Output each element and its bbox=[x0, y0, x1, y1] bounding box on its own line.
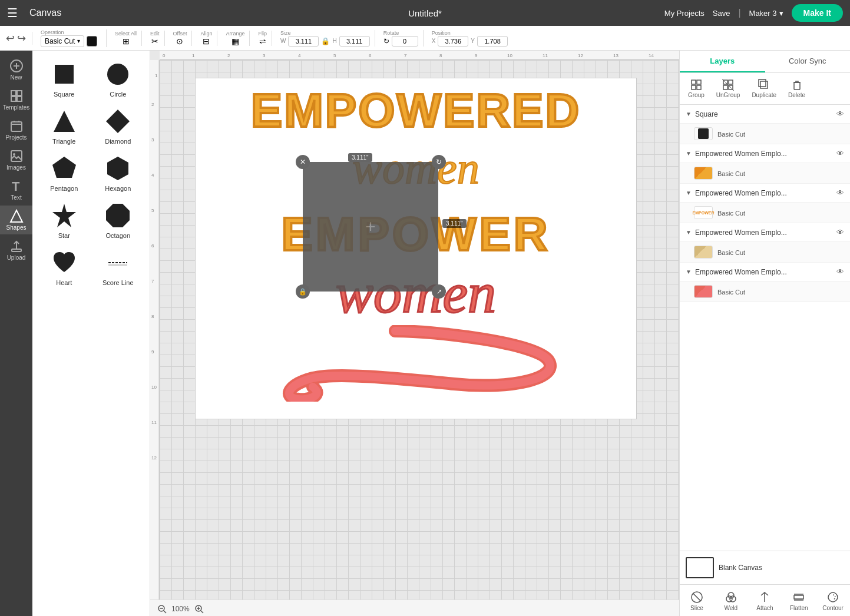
shape-item-octagon[interactable]: Octagon bbox=[94, 199, 143, 241]
layer-thumb-emp3 bbox=[694, 246, 713, 259]
operation-selector[interactable]: Basic Cut ▾ bbox=[41, 35, 84, 47]
weld-icon bbox=[725, 591, 737, 604]
ungroup-button[interactable]: UnGroup bbox=[713, 77, 744, 101]
duplicate-button[interactable]: Duplicate bbox=[748, 77, 780, 101]
shape-item-star[interactable]: Star bbox=[39, 199, 89, 241]
arrange-button[interactable]: ▦ bbox=[231, 37, 239, 46]
shape-item-scoreline[interactable]: Score Line bbox=[94, 246, 143, 289]
sidebar-item-images[interactable]: Images bbox=[0, 145, 32, 174]
left-sidebar: New Templates Projects Images T Text Sha… bbox=[0, 51, 32, 616]
arrange-label: Arrange bbox=[226, 31, 244, 37]
dimension-label-width: 3.111" bbox=[348, 153, 372, 162]
edit-button[interactable]: ✂ bbox=[151, 37, 158, 46]
size-w-input[interactable] bbox=[288, 36, 319, 47]
layer-group-header-emp4[interactable]: ▼ Empowered Women Emplo... 👁 bbox=[680, 263, 850, 281]
my-projects-button[interactable]: My Projects bbox=[664, 9, 705, 18]
svg-text:14: 14 bbox=[649, 53, 654, 58]
tab-layers[interactable]: Layers bbox=[680, 51, 765, 72]
shapes-icon bbox=[9, 209, 24, 223]
sidebar-item-templates[interactable]: Templates bbox=[0, 85, 32, 114]
shapes-grid: Square Circle Triangle Diamond Pentagon bbox=[32, 51, 150, 296]
layer-group-header-emp1[interactable]: ▼ Empowered Women Emplo... 👁 bbox=[680, 144, 850, 163]
save-button[interactable]: Save bbox=[713, 9, 730, 18]
right-panel: Layers Color Sync Group UnGroup Duplicat… bbox=[679, 51, 850, 616]
tab-color-sync[interactable]: Color Sync bbox=[765, 51, 851, 72]
handle-top-left[interactable]: ✕ bbox=[296, 155, 310, 169]
zoom-in-icon[interactable] bbox=[194, 604, 204, 614]
delete-icon bbox=[791, 79, 803, 91]
group-button[interactable]: Group bbox=[684, 77, 708, 101]
shape-item-heart[interactable]: Heart bbox=[39, 246, 89, 289]
svg-text:11: 11 bbox=[543, 53, 548, 58]
eye-icon[interactable]: 👁 bbox=[836, 188, 844, 197]
shape-label: Score Line bbox=[102, 279, 134, 286]
contour-button[interactable]: Contour bbox=[816, 587, 850, 615]
align-label: Align bbox=[200, 31, 212, 37]
eye-icon[interactable]: 👁 bbox=[836, 267, 844, 276]
machine-selector[interactable]: Maker 3 ▾ bbox=[749, 9, 783, 18]
eye-icon[interactable]: 👁 bbox=[836, 228, 844, 237]
layer-item-square[interactable]: Basic Cut bbox=[680, 123, 850, 144]
layer-group-header-emp3[interactable]: ▼ Empowered Women Emplo... 👁 bbox=[680, 223, 850, 241]
weld-button[interactable]: Weld bbox=[714, 587, 748, 615]
shape-item-triangle[interactable]: Triangle bbox=[39, 105, 89, 147]
layer-item-emp3[interactable]: Basic Cut bbox=[680, 241, 850, 262]
svg-text:4: 4 bbox=[298, 53, 301, 58]
svg-text:0: 0 bbox=[163, 53, 166, 58]
handle-top-right[interactable]: ↻ bbox=[432, 155, 446, 169]
size-h-input[interactable] bbox=[339, 36, 370, 47]
make-it-button[interactable]: Make It bbox=[792, 4, 843, 22]
delete-button[interactable]: Delete bbox=[785, 77, 809, 101]
eye-icon[interactable]: 👁 bbox=[836, 149, 844, 158]
offset-button[interactable]: ⊙ bbox=[176, 37, 183, 46]
menu-icon[interactable]: ☰ bbox=[7, 6, 18, 20]
sidebar-item-text[interactable]: T Text bbox=[0, 175, 32, 204]
shape-item-pentagon[interactable]: Pentagon bbox=[39, 152, 89, 194]
attach-button[interactable]: Attach bbox=[748, 587, 782, 615]
dimension-label-height: 3.111" bbox=[442, 219, 467, 228]
zoom-out-icon[interactable] bbox=[157, 604, 167, 614]
slice-button[interactable]: Slice bbox=[680, 587, 714, 615]
undo-button[interactable]: ↩ bbox=[6, 32, 15, 45]
sidebar-item-new[interactable]: New bbox=[0, 55, 32, 84]
layer-group-emp1: ▼ Empowered Women Emplo... 👁 Basic Cut bbox=[680, 144, 850, 184]
sidebar-item-shapes[interactable]: Shapes bbox=[0, 206, 32, 234]
project-title: Untitled* bbox=[408, 8, 442, 18]
layer-group-header-emp2[interactable]: ▼ Empowered Women Emplo... 👁 bbox=[680, 184, 850, 202]
select-all-button[interactable]: ⊞ bbox=[123, 37, 130, 46]
handle-bottom-right[interactable]: ↗ bbox=[432, 284, 446, 299]
eye-icon[interactable]: 👁 bbox=[836, 110, 844, 118]
svg-rect-66 bbox=[723, 85, 727, 90]
selected-object[interactable]: + bbox=[303, 162, 438, 292]
layer-item-emp1[interactable]: Basic Cut bbox=[680, 163, 850, 183]
flip-button[interactable]: ⇌ bbox=[259, 37, 266, 46]
shape-item-diamond[interactable]: Diamond bbox=[94, 105, 143, 147]
rotate-input[interactable] bbox=[392, 36, 418, 47]
svg-line-57 bbox=[201, 611, 203, 613]
sidebar-item-projects[interactable]: Projects bbox=[0, 115, 32, 144]
canvas-area[interactable]: 0 1 2 3 4 5 6 7 8 9 10 11 12 13 14 15 bbox=[150, 51, 679, 616]
layer-group-emp4: ▼ Empowered Women Emplo... 👁 Basic Cut bbox=[680, 263, 850, 302]
layer-group-square: ▼ Square 👁 Basic Cut bbox=[680, 105, 850, 144]
flatten-button[interactable]: Flatten bbox=[782, 587, 816, 615]
layer-item-emp4[interactable]: Basic Cut bbox=[680, 281, 850, 302]
align-button[interactable]: ⊟ bbox=[203, 37, 210, 46]
svg-rect-4 bbox=[17, 91, 22, 95]
color-swatch[interactable] bbox=[87, 36, 97, 47]
svg-line-73 bbox=[693, 594, 700, 601]
canvas-content[interactable]: EMPOWERED women EMPOWER women + bbox=[160, 60, 679, 600]
shape-item-hexagon[interactable]: Hexagon bbox=[94, 152, 143, 194]
selection-box[interactable]: + bbox=[303, 162, 438, 292]
svg-marker-11 bbox=[11, 210, 22, 222]
position-x-input[interactable] bbox=[438, 36, 468, 47]
shape-item-square[interactable]: Square bbox=[39, 58, 89, 100]
position-y-input[interactable] bbox=[477, 36, 508, 47]
operation-value: Basic Cut bbox=[45, 37, 75, 45]
sidebar-item-upload[interactable]: Upload bbox=[0, 236, 32, 264]
shape-item-circle[interactable]: Circle bbox=[94, 58, 143, 100]
layer-group-header-square[interactable]: ▼ Square 👁 bbox=[680, 105, 850, 123]
redo-button[interactable]: ↪ bbox=[17, 32, 26, 45]
handle-bottom-left[interactable]: 🔒 bbox=[296, 284, 310, 299]
layer-item-emp2[interactable]: EMPOWER Basic Cut bbox=[680, 202, 850, 223]
bottom-panel-tools: Slice Weld Attach Flatten Contour bbox=[680, 584, 850, 616]
